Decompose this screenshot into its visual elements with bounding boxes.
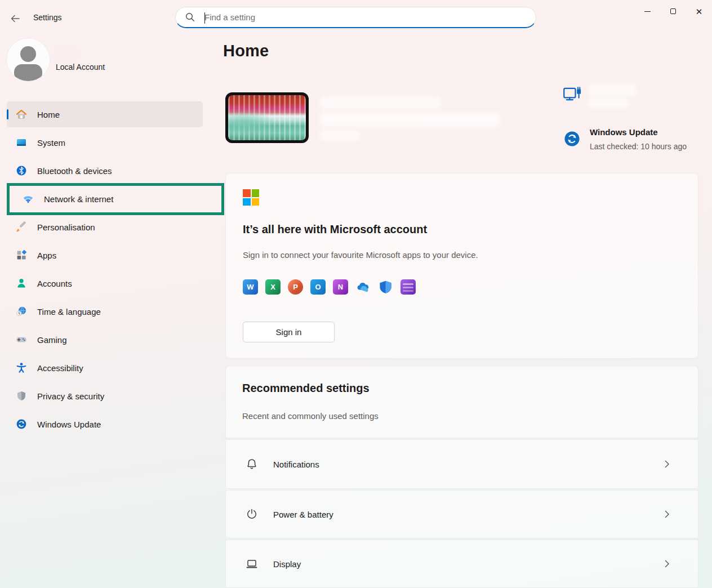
avatar-person-icon (20, 46, 36, 62)
sidebar-item-windows-update[interactable]: Windows Update (7, 411, 203, 437)
account-card-subtitle: Sign in to connect your favourite Micros… (243, 250, 478, 260)
system-icon (16, 137, 27, 148)
sidebar-item-system[interactable]: System (7, 130, 203, 155)
onedrive-icon (355, 279, 371, 295)
windows-update-status[interactable] (564, 131, 580, 147)
microsoft-account-card: It’s all here with Microsoft account Sig… (225, 173, 698, 359)
search-box[interactable] (175, 7, 536, 28)
bell-icon (245, 457, 259, 471)
windows-update-icon (16, 418, 27, 430)
power-icon (245, 507, 259, 521)
row-power-battery[interactable]: Power & battery (225, 490, 698, 538)
sidebar-item-gaming[interactable]: Gaming (7, 327, 203, 353)
wifi-icon (23, 193, 34, 204)
sidebar-item-label: Home (37, 110, 60, 119)
sidebar-item-accounts[interactable]: Accounts (7, 270, 203, 296)
page-title: Home (223, 42, 269, 60)
settings-window: Settings ✕ Local Account Home System (0, 0, 712, 588)
row-label: Display (273, 559, 301, 569)
sidebar-item-bluetooth-devices[interactable]: Bluetooth & devices (7, 158, 203, 184)
avatar[interactable] (7, 38, 50, 81)
sidebar-item-label: Bluetooth & devices (37, 166, 112, 176)
sidebar-nav: Home System Bluetooth & devices Network … (7, 101, 203, 439)
redacted-network-name (588, 84, 637, 97)
windows-update-title: Windows Update (590, 127, 658, 137)
excel-icon: X (265, 279, 281, 295)
personalisation-icon (16, 221, 27, 233)
sidebar-item-personalisation[interactable]: Personalisation (7, 214, 203, 240)
bluetooth-icon (16, 165, 27, 176)
time-language-icon (16, 306, 27, 317)
gaming-icon (16, 334, 27, 345)
wallpaper-image (228, 95, 306, 140)
sidebar-item-time-language[interactable]: Time & language (7, 299, 203, 324)
sidebar-item-apps[interactable]: Apps (7, 242, 203, 268)
accounts-icon (16, 278, 27, 289)
text-caret (204, 12, 205, 24)
onenote-icon: N (333, 279, 348, 295)
sidebar-item-label: Apps (37, 251, 56, 260)
recommended-settings-card: Recommended settings Recent and commonly… (225, 366, 698, 438)
redacted-device-name (320, 97, 441, 109)
sidebar-item-label: Network & internet (44, 194, 113, 204)
account-card-title: It’s all here with Microsoft account (243, 223, 427, 236)
windows-update-subtitle: Last checked: 10 hours ago (590, 142, 687, 151)
sign-in-button[interactable]: Sign in (243, 322, 335, 342)
recommended-subtitle: Recent and commonly used settings (242, 411, 379, 421)
maximize-icon (670, 8, 676, 14)
close-button[interactable]: ✕ (686, 0, 712, 23)
sidebar-item-network-internet[interactable]: Network & internet (7, 186, 203, 212)
sidebar-item-label: Time & language (37, 307, 101, 317)
sidebar-item-home[interactable]: Home (7, 101, 203, 127)
close-icon: ✕ (696, 7, 703, 16)
ethernet-monitor-icon (563, 84, 583, 105)
privacy-icon (16, 390, 27, 402)
redacted-username (54, 47, 82, 62)
redacted-device-link (320, 130, 359, 141)
sidebar-item-accessibility[interactable]: Accessibility (7, 355, 203, 381)
sidebar-item-label: Gaming (37, 335, 67, 345)
display-icon (245, 557, 259, 571)
microsoft-logo-icon (243, 189, 259, 206)
recommended-title: Recommended settings (242, 382, 370, 395)
sidebar-item-label: Privacy & security (37, 391, 104, 401)
row-label: Notifications (273, 460, 319, 469)
row-display[interactable]: Display (225, 540, 698, 588)
outlook-icon: O (310, 279, 326, 295)
window-controls: ✕ (634, 0, 712, 23)
maximize-button[interactable] (660, 0, 686, 23)
redacted-network-type (588, 98, 629, 108)
sync-icon (564, 131, 580, 147)
sidebar-item-privacy-security[interactable]: Privacy & security (7, 383, 203, 409)
sidebar-item-label: Accessibility (37, 363, 83, 373)
network-status[interactable] (563, 84, 583, 107)
back-arrow-icon (11, 15, 20, 23)
chevron-right-icon (663, 560, 671, 568)
search-input[interactable] (195, 12, 536, 22)
account-name: Local Account (56, 63, 105, 72)
chevron-right-icon (663, 510, 671, 518)
microsoft365-icon (400, 279, 416, 295)
minimize-button[interactable] (634, 0, 660, 23)
app-title: Settings (33, 13, 62, 22)
sidebar-item-label: Accounts (37, 279, 72, 288)
device-thumbnail (225, 92, 309, 143)
sidebar-item-label: System (37, 138, 65, 148)
minimize-icon (644, 11, 651, 12)
word-icon: W (243, 279, 258, 295)
redacted-device-spec (320, 112, 500, 127)
sidebar-item-label: Windows Update (37, 420, 101, 429)
sidebar-item-label: Personalisation (37, 222, 95, 232)
back-button[interactable] (6, 11, 25, 26)
defender-icon (378, 279, 393, 295)
chevron-right-icon (663, 460, 671, 468)
microsoft-apps-row: W X P O N (243, 279, 416, 295)
accessibility-icon (16, 362, 27, 373)
home-icon (16, 109, 27, 120)
row-label: Power & battery (273, 510, 333, 519)
powerpoint-icon: P (288, 279, 303, 295)
search-icon (185, 12, 195, 22)
apps-icon (16, 250, 27, 261)
row-notifications[interactable]: Notifications (225, 439, 698, 489)
